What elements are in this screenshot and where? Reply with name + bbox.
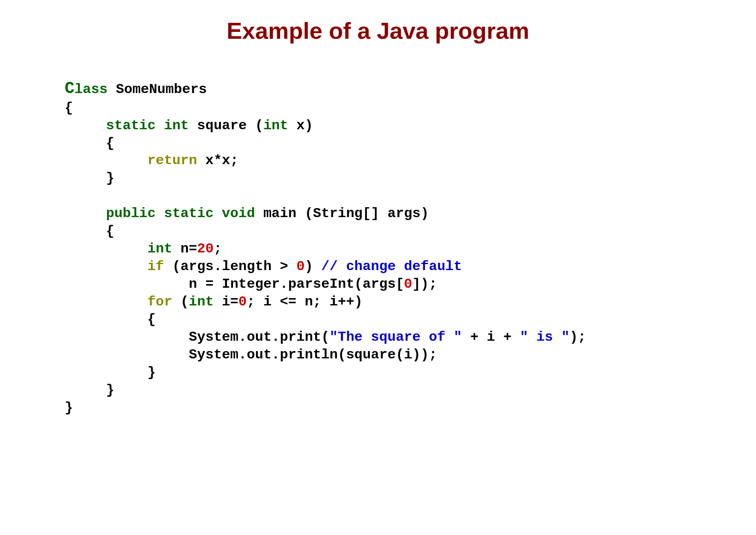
system-out-print: System.out.print(: [189, 329, 329, 345]
for-cond-3: ; i <= n; i++): [247, 294, 362, 310]
brace-close-1: }: [106, 170, 114, 186]
int-kw-4: int: [189, 294, 214, 310]
for-cond-1: (: [172, 294, 189, 310]
if-kw: if: [147, 258, 164, 274]
parseint-call-2: ]);: [412, 276, 437, 292]
close-paren-1: );: [569, 329, 586, 345]
int-kw-2: int: [263, 118, 288, 134]
int-kw-3: int: [147, 241, 172, 257]
string-literal-2: " is ": [520, 329, 569, 345]
brace-close-3: }: [106, 382, 114, 398]
if-cond-1: (args.length >: [164, 258, 296, 274]
class-keyword-c: C: [65, 79, 75, 98]
slide-title: Example of a Java program: [0, 17, 756, 44]
n-decl: n=: [172, 241, 197, 257]
main-sig: main (String[] args): [255, 205, 429, 221]
system-out-println: System.out.println(square(i));: [189, 347, 437, 363]
int-kw-1: int: [164, 118, 189, 134]
brace-open-1: {: [65, 100, 73, 116]
void-kw: void: [222, 205, 255, 221]
literal-0-3: 0: [238, 294, 247, 310]
brace-open-2: {: [106, 135, 114, 151]
code-listing: Class SomeNumbers { static int square (i…: [0, 78, 756, 417]
for-cond-2: i=: [214, 294, 239, 310]
static-kw-1: static: [106, 118, 156, 134]
square-sig-2: x): [288, 118, 313, 134]
class-name: SomeNumbers: [108, 81, 207, 97]
if-cond-2: ): [305, 258, 321, 274]
literal-0-1: 0: [297, 258, 305, 274]
brace-open-3: {: [106, 223, 114, 239]
literal-0-2: 0: [404, 276, 412, 292]
static-kw-2: static: [164, 205, 213, 221]
comment: // change default: [321, 258, 462, 274]
class-keyword-rest: lass: [75, 81, 108, 97]
return-kw: return: [147, 152, 197, 168]
return-expr: x*x;: [197, 152, 238, 168]
brace-open-4: {: [147, 311, 156, 327]
brace-close-4: }: [65, 400, 73, 416]
brace-close-2: }: [147, 364, 156, 380]
literal-20: 20: [197, 241, 213, 257]
semicolon-1: ;: [214, 241, 222, 257]
string-literal-1: "The square of ": [330, 329, 462, 345]
for-kw: for: [147, 294, 172, 310]
square-sig-1: square (: [189, 118, 263, 134]
parseint-call-1: n = Integer.parseInt(args[: [189, 276, 404, 292]
public-kw: public: [106, 205, 156, 221]
plus-i: + i +: [462, 329, 520, 345]
